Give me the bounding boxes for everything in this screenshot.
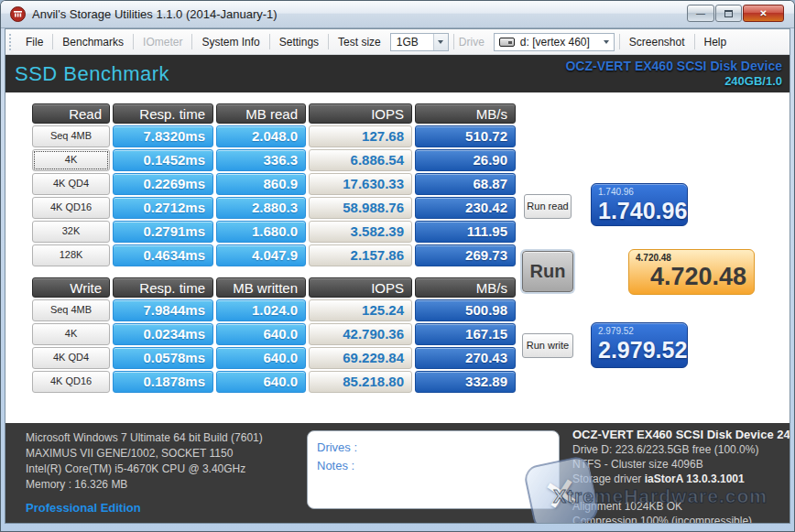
- read-score-small: 1.740.96: [598, 187, 680, 198]
- write-row-label[interactable]: 4K QD16: [32, 371, 110, 393]
- read-row-label[interactable]: 4K QD16: [32, 197, 110, 219]
- write-score-value: 2.979.52: [598, 337, 680, 363]
- menu-benchmarks[interactable]: Benchmarks: [54, 32, 132, 52]
- page-title: SSD Benchmark: [15, 62, 169, 86]
- notes-label: Notes :: [317, 457, 550, 475]
- run-button[interactable]: Run: [522, 251, 573, 292]
- read-row-label[interactable]: 4K QD4: [32, 173, 110, 195]
- read-resp-time: 0.2791ms: [113, 221, 213, 243]
- toolbar-separator: [453, 34, 454, 49]
- menu-help[interactable]: Help: [696, 32, 735, 52]
- total-score-box: 4.720.48 4.720.48: [628, 249, 755, 295]
- close-button[interactable]: ✕: [743, 5, 784, 22]
- read-mbs: 230.42: [415, 197, 516, 219]
- read-score-value: 1.740.96: [598, 198, 680, 223]
- write-row-label[interactable]: Seq 4MB: [32, 299, 110, 321]
- write-iops: 85.218.80: [309, 371, 412, 393]
- toolbar-separator: [619, 34, 620, 49]
- maximize-icon: [724, 10, 733, 17]
- menu-screenshot[interactable]: Screenshot: [621, 32, 693, 52]
- filesystem-line: NTFS - Cluster size 4096B: [572, 457, 790, 472]
- title-bar[interactable]: Anvil's Storage Utilities 1.1.0 (2014-Ja…: [1, 1, 794, 28]
- write-mb: 1.024.0: [216, 299, 306, 321]
- read-col-header: MB read: [216, 103, 306, 124]
- read-row-label[interactable]: 128K: [32, 244, 110, 266]
- toolbar-grip[interactable]: [9, 34, 12, 50]
- edition-label: Professional Edition: [26, 500, 263, 516]
- read-table: Read Resp. time MB read IOPS MB/s Seq 4M…: [32, 103, 516, 266]
- read-iops: 6.886.54: [309, 149, 412, 171]
- read-mb: 1.680.0: [216, 221, 306, 243]
- drive-value: d: [vertex 460]: [515, 36, 599, 49]
- chevron-down-icon[interactable]: [433, 34, 448, 50]
- read-mb: 336.3: [216, 149, 306, 171]
- window-title: Anvil's Storage Utilities 1.1.0 (2014-Ja…: [32, 7, 278, 21]
- device-summary: OCZ-VERT EX460 SCSI Disk Device 240GB/1.…: [565, 59, 782, 90]
- menu-file[interactable]: File: [17, 32, 51, 52]
- read-iops: 127.68: [309, 125, 412, 147]
- test-size-label: Test size: [330, 32, 387, 52]
- read-mbs: 510.72: [415, 125, 516, 147]
- toolbar-separator: [52, 34, 53, 49]
- menu-settings[interactable]: Settings: [271, 32, 327, 52]
- write-col-header: MB/s: [415, 277, 516, 298]
- run-read-button[interactable]: Run read: [524, 194, 572, 219]
- read-row-label[interactable]: 32K: [32, 221, 110, 243]
- device-info: OCZ-VERT EX460 SCSI Disk Device 240GB Dr…: [572, 428, 790, 523]
- read-iops: 2.157.86: [309, 244, 412, 266]
- window-controls: — ✕: [687, 5, 784, 22]
- read-iops: 58.988.76: [309, 197, 412, 219]
- device-name: OCZ-VERT EX460 SCSI Disk Device: [565, 59, 782, 75]
- chevron-down-icon[interactable]: [599, 34, 614, 50]
- write-row-label[interactable]: 4K: [32, 323, 110, 345]
- write-resp-time: 0.1878ms: [113, 371, 213, 393]
- read-mb: 2.048.0: [216, 125, 306, 147]
- read-row-label[interactable]: Seq 4MB: [32, 125, 110, 147]
- drive-label: Drive: [455, 32, 490, 52]
- device-capacity: 240GB/1.0: [565, 74, 782, 89]
- maximize-button[interactable]: [715, 5, 742, 22]
- write-mb: 640.0: [216, 347, 306, 369]
- read-col-header: Read: [32, 103, 110, 124]
- write-mb: 640.0: [216, 371, 306, 393]
- read-col-header: Resp. time: [113, 103, 213, 124]
- write-mbs: 500.98: [415, 299, 516, 321]
- menu-toolbar: File Benchmarks IOmeter System Info Sett…: [5, 29, 790, 55]
- drive-free-line: Drive D: 223.6/223.5GB free (100.0%): [572, 442, 790, 457]
- write-row-label[interactable]: 4K QD4: [32, 347, 110, 369]
- drive-icon: [499, 38, 515, 47]
- test-size-select[interactable]: 1GB: [390, 33, 449, 51]
- write-mb: 640.0: [216, 323, 306, 345]
- toolbar-separator: [328, 34, 329, 49]
- minimize-button[interactable]: —: [687, 5, 714, 22]
- test-size-value: 1GB: [391, 36, 433, 49]
- client-area: File Benchmarks IOmeter System Info Sett…: [5, 28, 790, 524]
- toolbar-separator: [694, 34, 695, 49]
- write-score-small: 2.979.52: [598, 326, 680, 337]
- storage-driver-value: iaStorA 13.0.3.1001: [645, 472, 745, 485]
- read-mbs: 111.95: [415, 221, 516, 243]
- write-table: Write Resp. time MB written IOPS MB/s Se…: [32, 277, 516, 393]
- write-iops: 69.229.84: [309, 347, 412, 369]
- read-mbs: 269.73: [415, 244, 516, 266]
- menu-system-info[interactable]: System Info: [193, 32, 267, 52]
- motherboard-line: MAXIMUS VII GENE/1002, SOCKET 1150: [26, 446, 263, 461]
- write-resp-time: 7.9844ms: [113, 299, 213, 321]
- notes-box[interactable]: Drives : Notes :: [307, 430, 560, 509]
- memory-line: Memory : 16.326 MB: [26, 477, 263, 493]
- read-mb: 2.880.3: [216, 197, 306, 219]
- read-mb: 4.047.9: [216, 244, 306, 266]
- os-line: Microsoft Windows 7 Ultimate 64 bit Buil…: [26, 430, 263, 446]
- read-row-label[interactable]: 4K: [32, 149, 110, 171]
- toolbar-separator: [269, 34, 270, 49]
- read-resp-time: 0.2712ms: [113, 197, 213, 219]
- cpu-line: Intel(R) Core(TM) i5-4670K CPU @ 3.40GHz: [26, 461, 263, 477]
- compression-line: Compression 100% (incompressible): [572, 514, 790, 523]
- app-icon: [10, 6, 26, 22]
- storage-driver-line: Storage driver iaStorA 13.0.3.1001: [572, 472, 790, 486]
- drive-select[interactable]: d: [vertex 460]: [494, 33, 615, 51]
- write-col-header: MB written: [216, 277, 306, 298]
- run-write-button[interactable]: Run write: [522, 333, 573, 358]
- write-score-box: 2.979.52 2.979.52: [591, 322, 688, 368]
- read-mb: 860.9: [216, 173, 306, 195]
